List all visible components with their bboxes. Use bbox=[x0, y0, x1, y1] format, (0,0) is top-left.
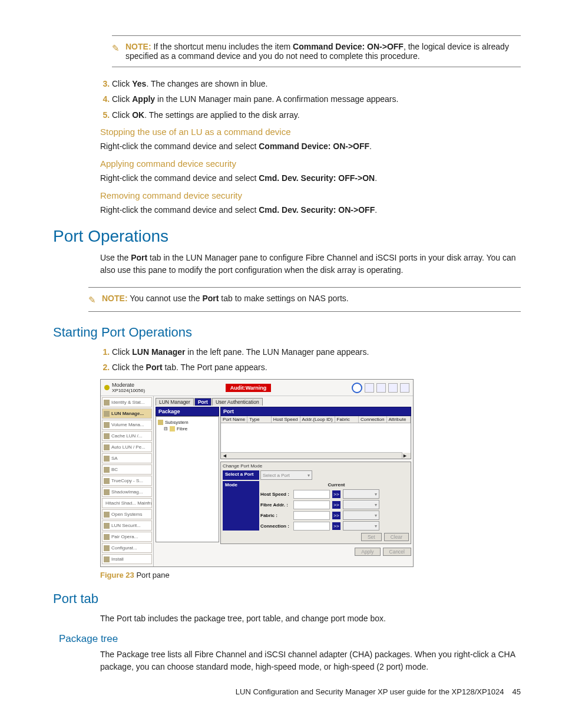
port-header: Port bbox=[220, 407, 411, 416]
new-value-dropdown[interactable]: ▾ bbox=[343, 521, 379, 531]
arrow-button[interactable]: >> bbox=[332, 512, 340, 519]
col-header[interactable]: Port Name bbox=[221, 416, 247, 423]
sidebar-item[interactable]: LUN Securit... bbox=[102, 521, 152, 531]
subheading-applying: Applying command device security bbox=[100, 159, 521, 169]
subheading-removing: Removing command device security bbox=[100, 190, 521, 200]
nav-icon bbox=[104, 545, 110, 551]
sidebar-item[interactable]: TrueCopy - S... bbox=[102, 476, 152, 486]
note-icon: ✎ bbox=[112, 43, 120, 54]
arrow-button[interactable]: >> bbox=[332, 522, 340, 530]
step-2: Click the Port tab. The Port pane appear… bbox=[112, 361, 521, 373]
cancel-button[interactable]: Cancel bbox=[383, 548, 411, 556]
arrow-button[interactable]: >> bbox=[332, 490, 340, 498]
circle-icon[interactable] bbox=[352, 383, 362, 393]
sidebar-item[interactable]: Identity & Stat... bbox=[102, 397, 152, 407]
note-text: If the shortcut menu includes the item C… bbox=[125, 42, 509, 61]
figure-screenshot: Moderate XP1024(10056) Audit:Warning Ide… bbox=[100, 379, 414, 567]
sidebar-item[interactable]: BC bbox=[102, 465, 152, 475]
h-scrollbar[interactable]: ◄ bbox=[221, 452, 402, 459]
change-port-mode-title: Change Port Mode bbox=[223, 463, 409, 469]
refresh-icon[interactable] bbox=[376, 383, 386, 393]
para-applying: Right-click the command device and selec… bbox=[100, 172, 521, 185]
ss-left-nav: Identity & Stat...LUN Manage...Volume Ma… bbox=[101, 396, 154, 566]
sidebar-item[interactable]: Configurat... bbox=[102, 543, 152, 553]
tab-lun-manager[interactable]: LUN Manager bbox=[156, 398, 194, 406]
sidebar-item[interactable]: Hitachi Shad... Mainframe bbox=[102, 498, 152, 508]
apply-button[interactable]: Apply bbox=[355, 548, 380, 556]
current-header: Current bbox=[293, 482, 379, 487]
nav-icon bbox=[104, 534, 110, 540]
sidebar-item[interactable]: ShadowImag... bbox=[102, 487, 152, 497]
nav-icon bbox=[104, 512, 110, 518]
window-icon[interactable] bbox=[388, 383, 398, 393]
new-value-dropdown[interactable]: ▾ bbox=[343, 489, 379, 499]
v-scrollbar[interactable]: ► bbox=[402, 453, 411, 459]
col-header[interactable]: Host Speed bbox=[272, 416, 300, 423]
folder-icon bbox=[158, 420, 163, 425]
mode-area: Current Host Speed :>>▾Fibre Addr. :>>▾F… bbox=[260, 481, 409, 531]
package-header: Package bbox=[156, 407, 219, 416]
sidebar-item[interactable]: LUN Manage... bbox=[102, 409, 152, 419]
note-label: NOTE: bbox=[102, 294, 128, 303]
tab-port[interactable]: Port bbox=[194, 398, 211, 406]
nav-icon bbox=[104, 422, 110, 428]
nav-icon bbox=[104, 456, 110, 462]
set-button[interactable]: Set bbox=[361, 533, 382, 541]
ss-device-text: XP1024(10056) bbox=[112, 388, 145, 393]
col-header[interactable]: Attribute bbox=[387, 416, 411, 423]
sidebar-item[interactable]: SA bbox=[102, 453, 152, 463]
heading-starting-port-ops: Starting Port Operations bbox=[53, 325, 521, 340]
ss-status-text: Moderate bbox=[112, 382, 145, 388]
nav-icon bbox=[104, 556, 110, 562]
nav-icon bbox=[104, 467, 110, 473]
select-port-dropdown[interactable]: Select a Port▾ bbox=[260, 470, 312, 480]
para-package-tree: The Package tree lists all Fibre Channel… bbox=[100, 648, 521, 673]
sidebar-item[interactable]: Cache LUN /... bbox=[102, 431, 152, 441]
folder-icon bbox=[170, 426, 175, 431]
para-removing: Right-click the command device and selec… bbox=[100, 204, 521, 216]
sidebar-item[interactable]: Auto LUN / Pe... bbox=[102, 442, 152, 452]
figure-caption: Figure 23 Port pane bbox=[100, 571, 521, 579]
option-icon[interactable] bbox=[400, 383, 409, 393]
port-table-header: Port NameTypeHost SpeedAddr.(Loop ID)Fab… bbox=[221, 416, 411, 423]
arrow-button[interactable]: >> bbox=[332, 501, 340, 509]
col-header[interactable]: Fabric bbox=[335, 416, 359, 423]
new-value-dropdown[interactable]: ▾ bbox=[343, 510, 379, 520]
nav-icon bbox=[104, 411, 110, 417]
note-content: NOTE: You cannot use the Port tab to mak… bbox=[102, 294, 349, 303]
chevron-down-icon: ▾ bbox=[375, 513, 377, 518]
package-tree[interactable]: Subsystem ⊟Fibre bbox=[156, 416, 219, 542]
select-port-label: Select a Port bbox=[223, 470, 259, 480]
chevron-down-icon: ▾ bbox=[308, 473, 310, 478]
sidebar-item[interactable]: Volume Mana... bbox=[102, 420, 152, 430]
para-port-ops: Use the Port tab in the LUN Manager pane… bbox=[100, 252, 521, 276]
steps-list-1: Click Yes. The changes are shown in blue… bbox=[100, 78, 521, 121]
new-value-dropdown[interactable]: ▾ bbox=[343, 500, 379, 509]
col-header[interactable]: Type bbox=[247, 416, 271, 423]
footer-title: LUN Configuration and Security Manager X… bbox=[236, 687, 504, 696]
heading-port-operations: Port Operations bbox=[53, 227, 521, 246]
para-port-tab: The Port tab includes the package tree, … bbox=[100, 612, 521, 625]
current-value-field bbox=[293, 500, 330, 509]
col-header[interactable]: Connection bbox=[359, 416, 386, 423]
sidebar-item[interactable]: Install bbox=[102, 554, 152, 564]
step-4: Click Apply in the LUN Manager main pane… bbox=[112, 93, 521, 105]
nav-icon bbox=[104, 433, 110, 439]
mode-row-label: Connection : bbox=[260, 523, 291, 529]
note-icon: ✎ bbox=[88, 295, 96, 305]
status-dot-icon bbox=[104, 385, 110, 390]
sidebar-item[interactable]: Pair Opera... bbox=[102, 532, 152, 542]
tab-user-auth[interactable]: User Authentication bbox=[212, 398, 263, 406]
ss-audit-badge: Audit:Warning bbox=[226, 384, 272, 392]
sidebar-item[interactable]: Open Systems bbox=[102, 509, 152, 519]
nav-icon bbox=[104, 523, 110, 529]
port-table[interactable]: Port NameTypeHost SpeedAddr.(Loop ID)Fab… bbox=[220, 416, 411, 459]
col-header[interactable]: Addr.(Loop ID) bbox=[300, 416, 335, 423]
note-label: NOTE: bbox=[125, 42, 151, 51]
heading-package-tree: Package tree bbox=[59, 633, 521, 645]
nav-icon bbox=[104, 478, 110, 484]
note-box: ✎ NOTE: If the shortcut menu includes th… bbox=[112, 35, 521, 67]
port-panel: Port Port NameTypeHost SpeedAddr.(Loop I… bbox=[220, 407, 411, 556]
clear-button[interactable]: Clear bbox=[384, 533, 409, 541]
floppy-icon[interactable] bbox=[365, 383, 374, 393]
